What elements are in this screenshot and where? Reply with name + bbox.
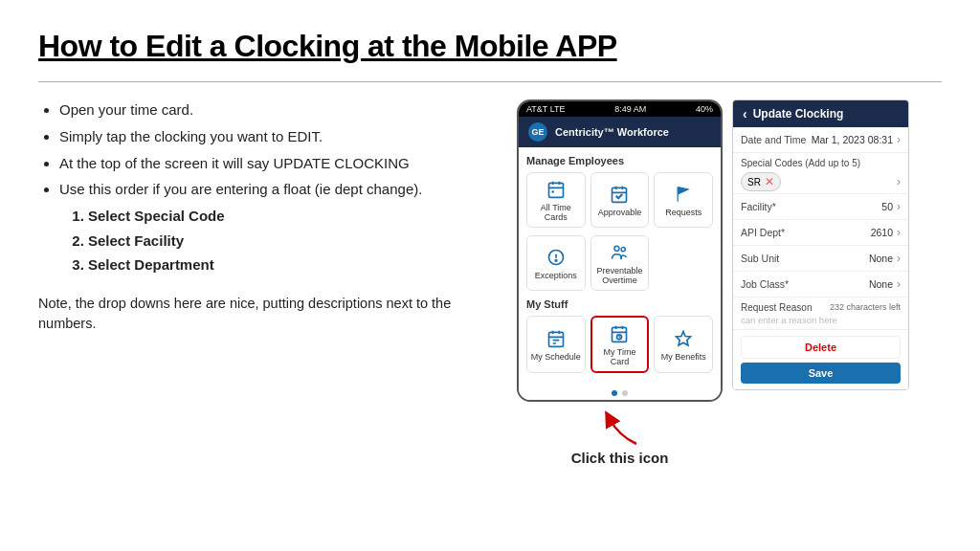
row-label-sub-unit: Sub Unit (741, 253, 869, 264)
ordered-steps: Select Special Code Select Facility Sele… (59, 206, 498, 276)
row-sub-unit[interactable]: Sub Unit None › (733, 246, 908, 272)
row-api-dept[interactable]: API Dept* 2610 › (733, 220, 908, 246)
svg-point-11 (555, 260, 557, 262)
people-icon (609, 242, 630, 263)
svg-point-13 (622, 248, 626, 252)
row-special-codes[interactable]: Special Codes (Add up to 5) SR ✕ › (733, 153, 908, 194)
chevron-right-icon: › (897, 277, 901, 291)
sr-badge-text: SR (747, 177, 761, 187)
chevron-right-icon: › (897, 226, 901, 239)
page-dots (519, 385, 721, 400)
divider (38, 81, 942, 82)
tile-label: Requests (665, 208, 702, 217)
rr-placeholder: can enter a reason here (741, 315, 901, 325)
row-value-sub-unit: None (869, 253, 893, 264)
phone-header: GE Centricity™ Workforce (519, 117, 721, 147)
row-label-job-class: Job Class* (741, 278, 869, 290)
tile-label: My Benefits (661, 352, 706, 362)
row-facility[interactable]: Facility* 50 › (733, 194, 908, 220)
tile-label: Approvable (598, 208, 642, 217)
update-panel-title: Update Clocking (753, 107, 844, 121)
phone-status-bar: AT&T LTE 8:49 AM 40% (519, 101, 721, 117)
sc-label: Special Codes (Add up to 5) (741, 158, 901, 168)
click-label-area: Click this icon (571, 409, 669, 466)
row-label-facility: Facility* (741, 201, 881, 212)
tile-my-benefits[interactable]: My Benefits (654, 316, 713, 373)
tile-requests[interactable]: Requests (654, 172, 713, 228)
tile-all-time-cards[interactable]: All Time Cards (526, 172, 586, 228)
svg-point-4 (551, 190, 554, 193)
svg-marker-27 (677, 332, 691, 346)
step-1: Select Special Code (88, 206, 498, 228)
back-chevron-icon[interactable]: ‹ (743, 106, 747, 121)
ge-logo: GE (528, 122, 547, 142)
row-value-date-time: Mar 1, 2023 08:31 (812, 134, 893, 145)
row-date-time[interactable]: Date and Time Mar 1, 2023 08:31 › (733, 127, 908, 153)
row-value-facility: 50 (881, 201, 893, 212)
update-panel-body: Date and Time Mar 1, 2023 08:31 › Specia… (733, 127, 908, 389)
click-label: Click this icon (571, 450, 669, 466)
close-icon[interactable]: ✕ (765, 175, 774, 188)
check-icon (609, 184, 630, 205)
bullet-1: Open your time card. (59, 99, 498, 121)
right-panel: AT&T LTE 8:49 AM 40% GE Centricity™ Work… (517, 99, 942, 466)
bullet-4: Use this order if you are entering a flo… (59, 179, 498, 276)
instructions-panel: Open your time card. Simply tap the cloc… (38, 99, 498, 335)
section-mystuff: My Stuff (526, 298, 713, 310)
section-manage: Manage Employees (526, 155, 713, 166)
arrow-icon (590, 409, 648, 448)
delete-button[interactable]: Delete (741, 336, 901, 359)
tile-label: All Time Cards (529, 203, 583, 222)
bullet-3: At the top of the screen it will say UPD… (59, 153, 498, 174)
rr-chars-left: 232 characters left (830, 302, 901, 313)
time: 8:49 AM (614, 104, 646, 114)
chevron-right-icon: › (897, 252, 901, 265)
chevron-right-icon: › (897, 200, 901, 213)
manage-tiles: All Time Cards Approvable (526, 172, 713, 228)
svg-line-26 (619, 337, 620, 338)
row-value-job-class: None (869, 278, 893, 290)
note-text: Note, the drop downs here are nice, putt… (38, 294, 498, 336)
panel-actions: Delete Save (733, 330, 908, 389)
tile-my-schedule[interactable]: My Schedule (526, 316, 586, 373)
bullet-list: Open your time card. Simply tap the cloc… (38, 99, 498, 276)
tile-exceptions[interactable]: Exceptions (526, 235, 586, 291)
tile-approvable[interactable]: Approvable (590, 172, 650, 228)
page-title: How to Edit a Clocking at the Mobile APP (38, 29, 942, 64)
chevron-right-icon: › (897, 133, 901, 146)
dot-1 (612, 390, 617, 396)
update-clocking-panel: ‹ Update Clocking Date and Time Mar 1, 2… (732, 99, 909, 390)
chevron-right-icon: › (897, 175, 901, 188)
bullet-2: Simply tap the clocking you want to EDIT… (59, 126, 498, 147)
svg-point-12 (614, 246, 619, 251)
row-job-class[interactable]: Job Class* None › (733, 272, 908, 298)
row-value-api-dept: 2610 (871, 227, 893, 238)
step-3: Select Department (88, 254, 498, 276)
calendar2-icon (546, 328, 567, 349)
alert-icon (546, 247, 567, 268)
tile-label: Preventable Overtime (593, 266, 647, 285)
row-label-api-dept: API Dept* (741, 227, 871, 238)
rr-label: Request Reason (741, 302, 813, 313)
row-label-date-time: Date and Time (741, 134, 812, 145)
flag-icon (673, 184, 694, 205)
tile-preventable-overtime[interactable]: Preventable Overtime (590, 235, 650, 291)
dot-2 (622, 390, 628, 396)
save-button[interactable]: Save (741, 363, 901, 384)
phone-mockup: AT&T LTE 8:49 AM 40% GE Centricity™ Work… (517, 99, 723, 402)
carrier: AT&T LTE (526, 104, 566, 114)
mystuff-tiles: My Schedule My Time Card (526, 316, 713, 373)
update-panel-header: ‹ Update Clocking (733, 100, 908, 127)
clock-icon (609, 323, 630, 344)
manage-tiles-2: Exceptions Preventable Overtime (526, 235, 713, 291)
calendar-icon (546, 179, 567, 200)
tile-my-time-card[interactable]: My Time Card (590, 316, 650, 373)
battery: 40% (696, 104, 713, 114)
phone-body: Manage Employees All Time Cards (519, 147, 721, 385)
sr-badge: SR ✕ (741, 172, 781, 191)
row-request-reason[interactable]: Request Reason 232 characters left can e… (733, 298, 908, 330)
svg-rect-0 (548, 183, 563, 197)
app-name: Centricity™ Workforce (555, 126, 669, 138)
tile-label: My Schedule (531, 352, 581, 362)
tile-label: My Time Card (594, 347, 646, 366)
